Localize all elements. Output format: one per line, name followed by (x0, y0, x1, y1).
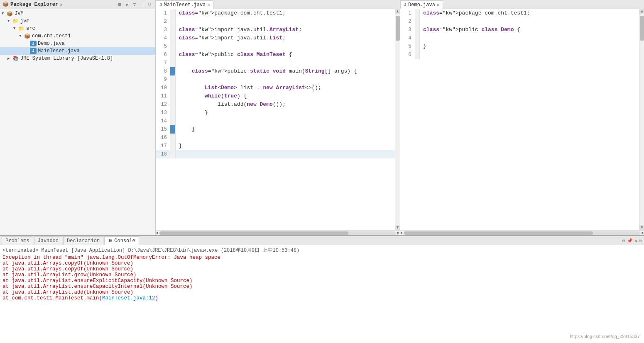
line-gutter[interactable] (170, 59, 175, 67)
bottom-tab-bar: ProblemsJavadocDeclaration🖥Console (0, 236, 644, 245)
tree-item-com.cht.test1[interactable]: ▼📦com.cht.test1 (0, 32, 155, 40)
tree-item-Demo.java[interactable]: JDemo.java (0, 40, 155, 47)
left-tab-label: MainTeset.java (164, 2, 206, 8)
bottom-tab-problems[interactable]: Problems (2, 236, 33, 245)
watermark: https://blog.csdn.net/qq_22815337 (570, 334, 640, 339)
tree-item-jvm-root[interactable]: ▼📦JVM (0, 10, 155, 17)
close-console-icon[interactable]: ✕ (634, 238, 637, 243)
line-gutter[interactable] (415, 34, 420, 42)
java-file-icon: J (159, 2, 162, 7)
bottom-tab-declaration[interactable]: Declaration (63, 236, 103, 245)
line-code: } (175, 125, 395, 134)
code-line-3: 3class="kw">import java.util.ArrayList; (156, 26, 395, 34)
tree-item-src[interactable]: ▼📁src (0, 25, 155, 32)
code-line-3: 3class="kw">public class Demo { (400, 26, 639, 34)
left-editor-body[interactable]: 1class="kw">package com.cht.test1;2 3cla… (156, 9, 395, 230)
line-code: while(true) { (175, 92, 395, 100)
line-gutter[interactable] (170, 9, 175, 17)
scroll-left-arrow[interactable]: ◀ (156, 231, 158, 235)
scroll-down-arrow-r[interactable]: ▼ (639, 225, 644, 230)
collapse-all-icon[interactable]: ⊟ (116, 1, 123, 8)
minimize-console-icon[interactable]: ⊟ (639, 238, 642, 243)
right-editor-tab-bar: J Demo.java ✕ (400, 0, 644, 9)
code-line-13: 13 } (156, 109, 395, 117)
line-code: } (175, 142, 395, 150)
scroll-up-arrow[interactable]: ▲ (395, 9, 400, 14)
line-gutter[interactable] (170, 26, 175, 34)
scroll-up-arrow-r[interactable]: ▲ (639, 9, 644, 14)
bottom-tab-console[interactable]: 🖥Console (104, 236, 139, 245)
tree-item-jre-system[interactable]: ▶📚JRE System Library [JavaSE-1.8] (0, 55, 155, 62)
line-code (175, 42, 395, 51)
line-number: 12 (156, 100, 170, 109)
link-editor-icon[interactable]: ⇄ (124, 1, 130, 8)
right-vscrollbar[interactable]: ▲ ▼ (639, 9, 644, 230)
line-code (420, 34, 639, 42)
line-code (175, 75, 395, 84)
line-gutter[interactable] (170, 67, 175, 75)
line-gutter[interactable] (170, 100, 175, 109)
line-number: 3 (156, 26, 170, 34)
line-number: 10 (156, 84, 170, 92)
left-hscrollbar[interactable]: ◀ ▶ (156, 230, 400, 235)
line-gutter[interactable] (415, 42, 420, 51)
h-scrollbar-track-r[interactable] (404, 231, 640, 235)
right-editor-body[interactable]: 1class="kw">package com.cht.test1;2 3cla… (400, 9, 639, 230)
console-error-line-4: at java.util.ArrayList.ensureExplicitCap… (2, 278, 642, 284)
line-gutter[interactable] (170, 42, 175, 51)
line-gutter[interactable] (170, 34, 175, 42)
line-code (175, 59, 395, 67)
tree-node-label: com.cht.test1 (32, 33, 71, 39)
line-gutter[interactable] (170, 142, 175, 150)
line-gutter[interactable] (170, 134, 175, 142)
line-gutter[interactable] (170, 17, 175, 26)
left-editor-tab[interactable]: J MainTeset.java ✕ (156, 0, 213, 9)
line-gutter[interactable] (170, 109, 175, 117)
line-number: 15 (156, 125, 170, 134)
code-line-14: 14 (156, 117, 395, 125)
h-scrollbar-track[interactable] (159, 231, 396, 235)
line-gutter[interactable] (415, 9, 420, 17)
tree-item-jvm[interactable]: ▼📁jvm (0, 17, 155, 25)
line-gutter[interactable] (170, 75, 175, 84)
code-line-2: 2 (400, 17, 639, 26)
tree-node-label: MainTeset.java (38, 48, 80, 54)
left-vscrollbar[interactable]: ▲ ▼ (395, 9, 400, 230)
line-code (420, 51, 639, 59)
right-editor-tab[interactable]: J Demo.java ✕ (400, 0, 443, 9)
line-number: 4 (156, 34, 170, 42)
line-code: class="kw">public class Demo { (420, 26, 639, 34)
right-hscrollbar[interactable]: ◀ ▶ (400, 230, 644, 235)
scroll-right-arrow-r[interactable]: ▶ (642, 231, 644, 235)
tree-node-icon: 📁 (18, 26, 25, 32)
console-error-line-5: at java.util.ArrayList.ensureCapacityInt… (2, 284, 642, 289)
view-menu-icon[interactable]: ▽ (131, 1, 138, 8)
line-gutter[interactable] (170, 125, 175, 134)
maximize-icon[interactable]: □ (146, 1, 153, 8)
minimize-icon[interactable]: ─ (139, 1, 145, 8)
scroll-down-arrow[interactable]: ▼ (395, 225, 400, 230)
line-gutter[interactable] (415, 26, 420, 34)
scroll-right-arrow[interactable]: ▶ (397, 231, 399, 235)
bottom-tab-javadoc[interactable]: Javadoc (34, 236, 62, 245)
line-gutter[interactable] (170, 92, 175, 100)
line-gutter[interactable] (170, 51, 175, 59)
left-tab-close[interactable]: ✕ (207, 2, 210, 7)
scroll-left-arrow-r[interactable]: ◀ (400, 231, 402, 235)
line-gutter[interactable] (415, 51, 420, 59)
tree-node-label: jvm (20, 18, 29, 24)
scroll-thumb-r[interactable] (640, 16, 644, 41)
right-tab-close[interactable]: ✕ (437, 2, 439, 7)
line-gutter[interactable] (170, 150, 175, 158)
open-console-icon[interactable]: ⊞ (622, 238, 625, 243)
line-gutter[interactable] (170, 117, 175, 125)
line-gutter[interactable] (170, 84, 175, 92)
line-code: class="kw">package com.cht.test1; (420, 9, 639, 17)
line-gutter[interactable] (415, 17, 420, 26)
tree-item-MainTeset.java[interactable]: JMainTeset.java (0, 47, 155, 55)
console-link[interactable]: MainTeset.java:12 (102, 295, 155, 301)
pin-console-icon[interactable]: 📌 (627, 238, 633, 243)
console-error-line-0: Exception in thread "main" java.lang.Out… (2, 255, 642, 260)
line-code (175, 17, 395, 26)
scroll-thumb[interactable] (396, 16, 400, 41)
